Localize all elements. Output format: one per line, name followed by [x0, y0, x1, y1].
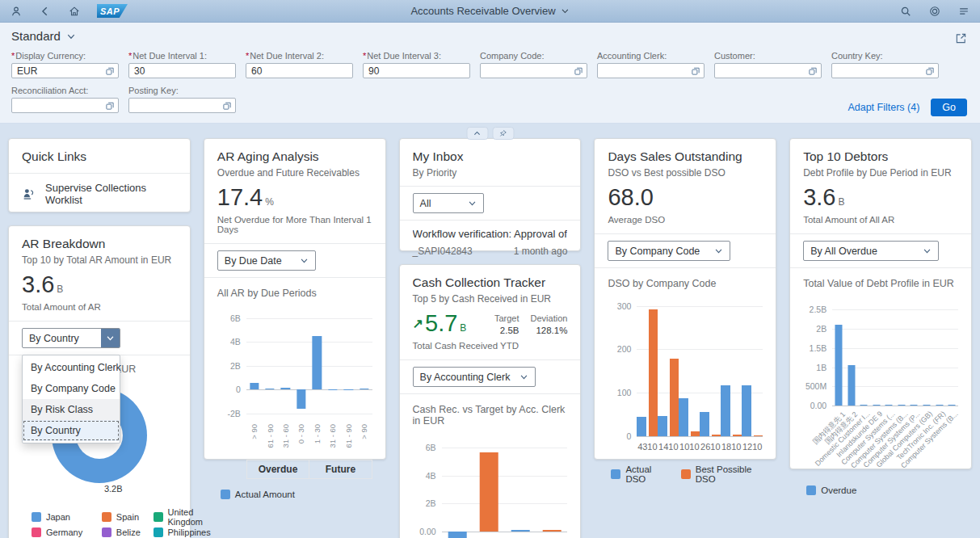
bar[interactable]	[649, 309, 658, 436]
filter-input[interactable]	[480, 63, 587, 78]
bar[interactable]	[448, 532, 467, 538]
legend-item[interactable]: Philippines	[154, 524, 211, 538]
bar-slot	[325, 309, 340, 420]
dimension-options-popup: By Accounting Clerk By Company Code By R…	[22, 355, 120, 443]
back-icon[interactable]	[39, 5, 52, 18]
legend-item[interactable]: United Kingdom	[154, 509, 211, 524]
option-by-risk-class[interactable]: By Risk Class	[23, 399, 120, 420]
bar[interactable]	[281, 388, 290, 389]
legend-item[interactable]: Actual DSO	[611, 464, 666, 484]
filter-input[interactable]	[11, 98, 119, 113]
value-help-icon[interactable]	[574, 66, 583, 76]
filter-input[interactable]: 60	[246, 63, 353, 78]
home-icon[interactable]	[68, 5, 81, 18]
x-axis-labels: > 9061 - 9031 - 600 - 301 - 3031 - 6061 …	[246, 420, 372, 460]
supervise-collections-worklist-link[interactable]: Supervise Collections Worklist	[9, 173, 190, 216]
collapse-filter-button[interactable]	[466, 127, 488, 140]
bar[interactable]	[543, 530, 562, 532]
bar[interactable]	[297, 389, 305, 409]
filter-input[interactable]	[714, 63, 822, 78]
bar[interactable]	[511, 530, 530, 532]
profile-icon[interactable]	[10, 5, 23, 18]
legend-item[interactable]: Belize	[102, 524, 144, 538]
company-code-select[interactable]: By Company Code	[608, 241, 730, 261]
value-help-icon[interactable]	[105, 66, 115, 76]
bar[interactable]	[265, 389, 274, 390]
filter-field-label: *Net Due Interval 3:	[363, 51, 470, 61]
dimension-select[interactable]: By Country	[22, 328, 120, 348]
bar[interactable]	[313, 336, 322, 389]
option-by-accounting-clerk[interactable]: By Accounting Clerk	[23, 357, 120, 378]
filter-input[interactable]	[128, 98, 236, 113]
kpi-caption: Net Overdue for More Than Interval 1 Day…	[217, 215, 372, 234]
top-debtors-card: Top 10 Debtors Debt Profile by Due Perio…	[789, 138, 972, 469]
legend-item[interactable]: Best Possible DSO	[681, 464, 763, 484]
legend-item[interactable]: Overdue	[806, 485, 856, 495]
bar[interactable]	[637, 417, 646, 436]
legend-swatch	[154, 527, 163, 537]
bar[interactable]	[733, 435, 742, 436]
due-date-select[interactable]: By Due Date	[217, 250, 316, 271]
y-tick-label: 0	[236, 385, 241, 394]
bar[interactable]	[691, 431, 700, 436]
gridline	[637, 436, 763, 437]
chevron-down-icon	[519, 372, 528, 381]
bar[interactable]	[721, 385, 730, 436]
menu-icon[interactable]	[957, 5, 970, 18]
app-title[interactable]: Accounts Receivable Overview	[410, 5, 569, 17]
bar[interactable]	[679, 398, 688, 436]
kpi-value: ↗5.7B	[413, 312, 467, 335]
adapt-filters-link[interactable]: Adapt Filters (4)	[848, 102, 919, 113]
option-by-company-code[interactable]: By Company Code	[23, 378, 120, 399]
bar[interactable]	[360, 389, 368, 390]
copilot-icon[interactable]	[928, 5, 941, 18]
accounting-clerk-select[interactable]: By Accounting Clerk	[413, 367, 536, 387]
plot-area	[442, 436, 568, 538]
value-help-icon[interactable]	[808, 66, 818, 76]
bar-slot	[442, 436, 473, 538]
value-help-icon[interactable]	[105, 101, 115, 111]
chevron-down-icon[interactable]	[101, 329, 120, 347]
value-help-icon[interactable]	[222, 101, 232, 111]
bar[interactable]	[754, 435, 763, 436]
chevron-down-icon	[300, 256, 309, 265]
bar[interactable]	[742, 385, 751, 436]
bar[interactable]	[480, 452, 498, 532]
bar[interactable]	[700, 412, 709, 436]
inbox-item[interactable]: Workflow verification: Approval of reque…	[400, 220, 581, 264]
legend-item[interactable]: Spain	[102, 509, 144, 524]
filter-field: Reconciliation Acct:	[11, 86, 119, 113]
option-by-country[interactable]: By Country	[23, 420, 120, 441]
filter-input[interactable]	[597, 63, 705, 78]
filter-input[interactable]: 90	[363, 63, 470, 78]
value-help-icon[interactable]	[691, 66, 700, 76]
y-tick-label: 300	[617, 301, 632, 311]
value-help-icon[interactable]	[925, 66, 935, 76]
legend-item[interactable]: Japan	[32, 509, 92, 524]
bar[interactable]	[658, 416, 667, 436]
go-button[interactable]: Go	[931, 99, 967, 116]
bar-slot	[945, 299, 958, 406]
bar[interactable]	[250, 383, 259, 389]
priority-select[interactable]: All	[413, 193, 484, 213]
bar[interactable]	[848, 365, 855, 406]
filter-input[interactable]: 30	[128, 63, 236, 78]
donut-data-label: 3.2B	[104, 484, 123, 494]
bar[interactable]	[712, 435, 721, 436]
variant-selector[interactable]: Standard	[11, 29, 76, 43]
chart-legend: Actual Amount	[221, 490, 372, 499]
search-icon[interactable]	[899, 5, 912, 18]
legend-item[interactable]: Actual Amount	[221, 490, 295, 499]
legend-swatch	[681, 469, 691, 479]
filter-input[interactable]	[831, 63, 939, 78]
sap-logo[interactable]: SAP	[97, 4, 128, 18]
overdue-select[interactable]: By All Overdue	[803, 241, 939, 261]
filter-input[interactable]: EUR	[11, 63, 119, 78]
chart-axes: 2.5B2B1.5B1B500M0.00国内得意先 1国内得意先 2Domest…	[803, 299, 958, 475]
bar[interactable]	[835, 325, 842, 406]
pin-filter-button[interactable]	[492, 127, 514, 140]
legend-item[interactable]: Germany	[32, 524, 92, 538]
bar[interactable]	[670, 359, 679, 436]
share-icon[interactable]	[955, 32, 967, 48]
x-tick-label: Computer Systems (B...	[945, 406, 958, 475]
